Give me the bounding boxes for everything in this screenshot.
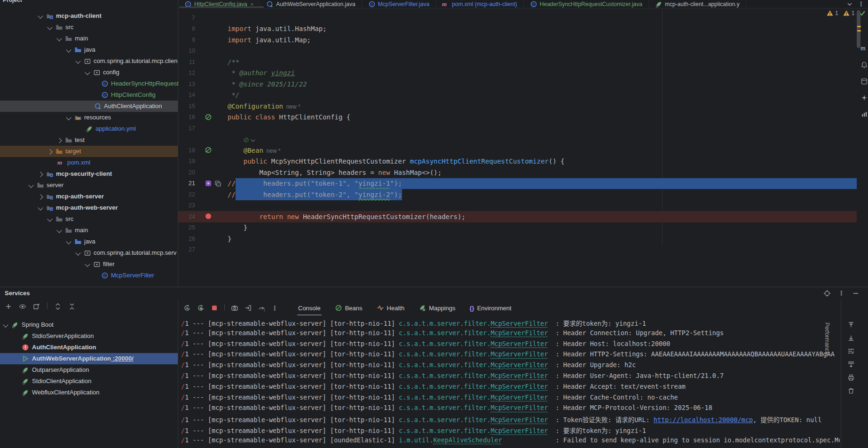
logger-link[interactable]: McpServerFilter	[490, 427, 548, 434]
kebab-icon[interactable]: ⋮	[838, 290, 844, 297]
scroll-down-button[interactable]	[847, 334, 856, 343]
chevron-down-icon[interactable]	[75, 250, 80, 255]
code-line-21[interactable]: 21// headers.put("token-1", "yingzi-1");	[178, 178, 857, 189]
editor-scrollbar[interactable]	[857, 10, 860, 48]
performance-tab[interactable]: Performance	[824, 322, 830, 355]
tree-row-src[interactable]: src	[0, 22, 178, 33]
chevron-down-icon[interactable]	[56, 228, 62, 233]
logger-link[interactable]: McpServerFilter	[490, 320, 548, 327]
sparkle-icon[interactable]	[860, 94, 868, 102]
service-row-spring-boot[interactable]: Spring Boot	[0, 319, 178, 330]
chevron-down-icon[interactable]	[38, 13, 43, 18]
service-row-authwebserverapplication[interactable]: AuthWebServerApplication :20000/	[0, 353, 178, 364]
chevron-down-icon[interactable]	[846, 0, 853, 8]
code-line-20[interactable]: 20 Map<String, String> headers = new Has…	[178, 167, 857, 178]
scroll-up-button[interactable]	[847, 321, 856, 330]
print-button[interactable]	[847, 374, 856, 382]
logger-link[interactable]: McpServerFilter	[490, 383, 548, 390]
open-new-button[interactable]	[33, 303, 40, 310]
inspections-widget[interactable]: 112	[826, 9, 868, 17]
chevron-down-icon[interactable]	[85, 70, 90, 75]
code-line-14[interactable]: 14 */	[178, 90, 857, 101]
collapse-button[interactable]	[68, 303, 76, 310]
editor-area[interactable]: CHttpClientConfig.java×AuthWebServerAppl…	[178, 0, 868, 287]
console-url-link[interactable]: http://localhost:20000/mcp	[654, 416, 753, 424]
tab-console[interactable]: Console	[294, 302, 324, 314]
close-icon[interactable]: ×	[251, 1, 253, 7]
clear-button[interactable]	[847, 387, 856, 395]
code-line-11[interactable]: 11/**	[178, 56, 857, 68]
tab-mcp-auth-client-application-y[interactable]: mcp-auth-client...application.y	[649, 0, 746, 8]
tree-row-src[interactable]: src	[0, 213, 178, 225]
service-port-link[interactable]: :20000/	[111, 355, 134, 362]
service-row-outparserapplication[interactable]: OutparserApplication	[0, 364, 178, 376]
code-line-26[interactable]: 26}	[178, 233, 857, 244]
code-line-10[interactable]: 10	[178, 46, 857, 57]
tree-row-mcp-auth-server[interactable]: mcp-auth-server	[0, 191, 178, 202]
tree-row-java[interactable]: java	[0, 236, 178, 247]
tab-health[interactable]: Health	[373, 302, 409, 314]
logger-link[interactable]: McpServerFilter	[490, 416, 548, 424]
tree-row-com-spring-ai-tutorial-mcp-clien[interactable]: com.spring.ai.tutorial.mcp.clien	[0, 55, 178, 67]
tab-scrollbar[interactable]	[179, 7, 264, 8]
tree-row-filter[interactable]: filter	[0, 259, 178, 270]
bean-icon[interactable]	[205, 113, 213, 121]
tree-row-authclientapplication[interactable]: AuthClientApplication	[0, 101, 178, 112]
eye-button[interactable]	[19, 303, 26, 310]
breakpoint-icon[interactable]	[205, 212, 213, 220]
chevron-down-icon[interactable]	[66, 47, 71, 52]
tab-mcpserverfilter-java[interactable]: CMcpServerFilter.java	[362, 0, 436, 8]
chevron-down-icon[interactable]	[3, 322, 8, 327]
logger-link[interactable]: McpServerFilter	[490, 350, 548, 358]
tree-row-mcp-security-client[interactable]: mcp-security-client	[0, 168, 178, 180]
tree-row-application-yml[interactable]: application.yml	[0, 123, 178, 134]
tree-row-headersynchttprequest[interactable]: CHeaderSyncHttpRequest	[0, 78, 178, 89]
code-line-24[interactable]: 24 return new HeaderSyncHttpRequestCusto…	[178, 211, 857, 222]
tree-row-resources[interactable]: resources	[0, 112, 178, 123]
tree-row-mcpserverfilter[interactable]: CMcpServerFilter	[0, 270, 178, 281]
maven-m-icon[interactable]: m	[860, 45, 868, 52]
tree-row-config[interactable]: config	[0, 67, 178, 78]
inspection-warning-a[interactable]: 1	[826, 9, 838, 17]
logger-link[interactable]: McpServerFilter	[490, 372, 548, 379]
code-inlay-row[interactable]	[178, 134, 857, 145]
soft-wrap-button[interactable]	[847, 347, 856, 356]
tab-environment[interactable]: {}Environment	[466, 302, 515, 314]
tree-row-test[interactable]: test	[0, 134, 178, 146]
tab-headersynchttprequestcustomizer-java[interactable]: CHeaderSyncHttpRequestCustomizer.java	[524, 0, 649, 8]
warning-stripe-mark[interactable]	[857, 26, 861, 27]
expand-button[interactable]	[54, 303, 62, 310]
locate-icon[interactable]	[823, 290, 831, 297]
logger-link[interactable]: McpServerFilter	[490, 361, 548, 369]
copy-icon[interactable]	[214, 180, 222, 188]
tree-row-mcp-auth-client[interactable]: mcp-auth-client	[0, 10, 178, 22]
code-line-9[interactable]: 9import java.util.Map;	[178, 34, 857, 46]
tree-row-pom-xml[interactable]: mpom.xml	[0, 157, 178, 168]
chevron-down-icon[interactable]	[56, 36, 62, 41]
code-line-12[interactable]: 12 * @author yingzi	[178, 68, 857, 79]
chevron-right-icon[interactable]	[38, 172, 43, 177]
console-output[interactable]: /1 --- [mcp-streamable-webflux-server] […	[178, 315, 840, 448]
logger-link[interactable]: McpServerFilter	[490, 340, 548, 347]
tree-row-java[interactable]: java	[0, 44, 178, 55]
tree-row-main[interactable]: main	[0, 225, 178, 236]
code-line-18[interactable]: 18 @Bean new *	[178, 145, 857, 156]
kebab-menu-icon[interactable]: ⋮	[858, 0, 864, 8]
tree-row-com-spring-ai-tutorial-mcp-serv[interactable]: com.spring.ai.tutorial.mcp.serv	[0, 247, 178, 259]
chevron-down-icon[interactable]	[28, 182, 33, 188]
inspection-warning-b[interactable]: 1	[843, 9, 855, 17]
code-line-15[interactable]: 15@Configuration new *	[178, 101, 857, 112]
rerun-button[interactable]	[183, 304, 191, 312]
tree-row-target[interactable]: target	[0, 146, 178, 157]
stop-button[interactable]	[211, 304, 218, 312]
chevron-right-icon[interactable]	[47, 149, 52, 154]
chevron-down-icon[interactable]	[66, 115, 71, 120]
code-line-16[interactable]: 16public class HttpClientConfig {	[178, 112, 857, 123]
tree-row-mcp-auth-web-server[interactable]: mcp-auth-web-server	[0, 202, 178, 213]
code-line-17[interactable]: 17	[178, 123, 857, 134]
chevron-down-icon[interactable]	[47, 216, 52, 221]
database-icon[interactable]	[860, 78, 868, 85]
tab-pom-xml-mcp-auth-client-[interactable]: mpom.xml (mcp-auth-client)	[436, 0, 524, 8]
warning-stripe-mark[interactable]	[857, 30, 861, 31]
code-line-8[interactable]: 8import java.util.HashMap;	[178, 24, 857, 35]
